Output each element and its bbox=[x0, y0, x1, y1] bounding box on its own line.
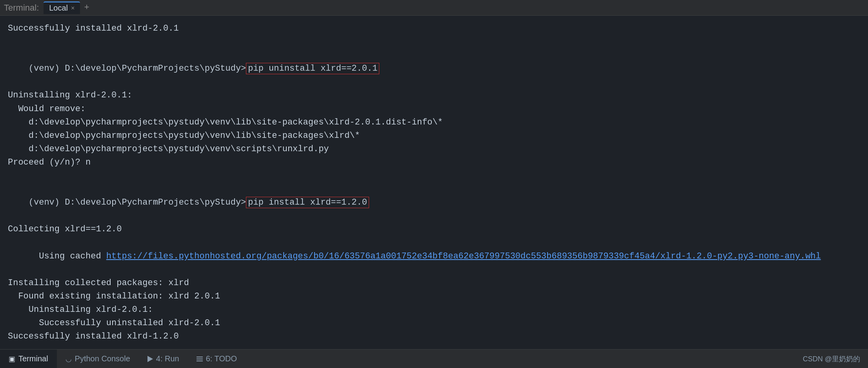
bottom-tab-run-label: 4: Run bbox=[156, 354, 179, 363]
bottom-tab-run[interactable]: 4: Run bbox=[139, 350, 188, 368]
bottom-tab-python-console[interactable]: ◡ Python Console bbox=[57, 350, 139, 368]
line-successfully-installed-120: Successfully installed xlrd-1.2.0 bbox=[8, 330, 860, 343]
line-empty-1 bbox=[8, 35, 860, 49]
bottom-bar: ▣ Terminal ◡ Python Console 4: Run 6: TO… bbox=[0, 349, 868, 368]
line-path-2: d:\develop\pycharmprojects\pystudy\venv\… bbox=[8, 129, 860, 143]
cmd-install: pip install xlrd==1.2.0 bbox=[246, 197, 369, 208]
run-icon bbox=[147, 356, 153, 362]
tab-bar: Terminal: Local × + bbox=[0, 0, 868, 16]
line-installing-collected: Installing collected packages: xlrd bbox=[8, 276, 860, 290]
line-proceed: Proceed (y/n)? n bbox=[8, 156, 860, 169]
line-would-remove: Would remove: bbox=[8, 103, 860, 116]
terminal-tab-local[interactable]: Local × bbox=[44, 2, 80, 14]
tab-bar-label: Terminal: bbox=[4, 3, 39, 13]
line-empty-3 bbox=[8, 343, 860, 349]
bottom-tab-terminal-label: Terminal bbox=[18, 354, 48, 363]
line-collecting: Collecting xlrd==1.2.0 bbox=[8, 223, 860, 236]
line-uninstalling-2: Uninstalling xlrd-2.0.1: bbox=[8, 303, 860, 317]
tab-close-icon[interactable]: × bbox=[71, 5, 75, 12]
prompt-1: (venv) D:\develop\PycharmProjects\pyStud… bbox=[29, 64, 246, 73]
bottom-right-label: CSDN @里奶奶的 bbox=[803, 354, 868, 364]
line-prompt-2: (venv) D:\develop\PycharmProjects\pyStud… bbox=[8, 183, 860, 223]
bottom-tab-todo[interactable]: 6: TODO bbox=[188, 350, 246, 368]
python-icon: ◡ bbox=[66, 355, 72, 363]
todo-icon bbox=[197, 357, 203, 361]
line-successfully-uninstalled: Successfully uninstalled xlrd-2.0.1 bbox=[8, 317, 860, 330]
line-1: Successfully installed xlrd-2.0.1 bbox=[8, 22, 860, 35]
terminal-content: Successfully installed xlrd-2.0.1 (venv)… bbox=[0, 16, 868, 349]
line-path-1: d:\develop\pycharmprojects\pystudy\venv\… bbox=[8, 116, 860, 129]
using-cached-prefix: Using cached bbox=[29, 251, 106, 261]
terminal-icon: ▣ bbox=[9, 355, 15, 363]
line-prompt-1: (venv) D:\develop\PycharmProjects\pyStud… bbox=[8, 49, 860, 89]
line-empty-2 bbox=[8, 169, 860, 183]
cmd-uninstall: pip uninstall xlrd==2.0.1 bbox=[246, 63, 379, 74]
line-path-3: d:\develop\pycharmprojects\pystudy\venv\… bbox=[8, 143, 860, 156]
tab-local-label: Local bbox=[49, 4, 68, 13]
line-using-cached: Using cached https://files.pythonhosted.… bbox=[8, 236, 860, 276]
prompt-2: (venv) D:\develop\PycharmProjects\pyStud… bbox=[29, 198, 246, 207]
bottom-tab-todo-label: 6: TODO bbox=[206, 354, 237, 363]
line-found-existing: Found existing installation: xlrd 2.0.1 bbox=[8, 290, 860, 303]
bottom-tab-python-label: Python Console bbox=[75, 354, 130, 363]
bottom-tab-terminal[interactable]: ▣ Terminal bbox=[0, 350, 57, 368]
tab-add-button[interactable]: + bbox=[81, 3, 92, 13]
cached-url[interactable]: https://files.pythonhosted.org/packages/… bbox=[106, 251, 821, 261]
line-uninstalling: Uninstalling xlrd-2.0.1: bbox=[8, 89, 860, 102]
